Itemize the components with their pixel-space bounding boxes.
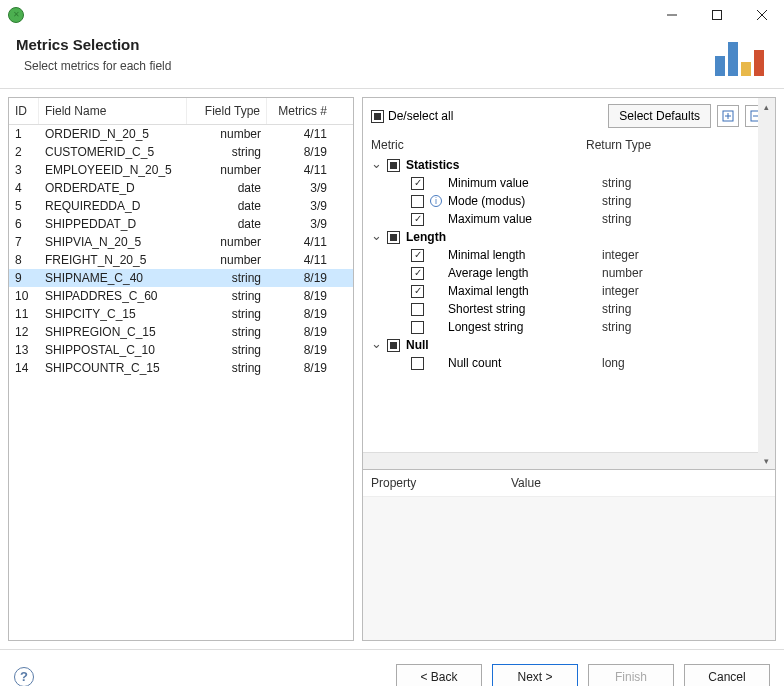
table-row[interactable]: 7SHIPVIA_N_20_5number4/11: [9, 233, 353, 251]
col-property[interactable]: Property: [371, 476, 511, 490]
metric-item[interactable]: Maximal lengthinteger: [411, 282, 767, 300]
cell-metrics: 8/19: [267, 269, 337, 287]
item-return-type: integer: [602, 284, 639, 298]
deselect-all-checkbox[interactable]: [371, 110, 384, 123]
item-return-type: string: [602, 320, 631, 334]
cell-name: REQUIREDDA_D: [39, 197, 187, 215]
info-icon[interactable]: i: [430, 195, 442, 207]
metrics-toolbar: De/select all Select Defaults: [363, 98, 775, 134]
next-button[interactable]: Next >: [492, 664, 578, 687]
metric-item[interactable]: Maximum valuestring: [411, 210, 767, 228]
item-checkbox[interactable]: [411, 195, 424, 208]
metric-item[interactable]: Average lengthnumber: [411, 264, 767, 282]
cell-type: string: [187, 269, 267, 287]
select-defaults-button[interactable]: Select Defaults: [608, 104, 711, 128]
cell-id: 1: [9, 125, 39, 143]
close-button[interactable]: [739, 0, 784, 30]
col-return-type[interactable]: Return Type: [586, 138, 651, 152]
cell-name: SHIPCITY_C_15: [39, 305, 187, 323]
table-row[interactable]: 14SHIPCOUNTR_C_15string8/19: [9, 359, 353, 377]
chevron-down-icon[interactable]: [371, 230, 381, 245]
scroll-down-icon[interactable]: ▾: [758, 452, 775, 469]
cell-type: number: [187, 251, 267, 269]
cell-name: SHIPADDRES_C_60: [39, 287, 187, 305]
item-return-type: string: [602, 176, 631, 190]
item-return-type: string: [602, 212, 631, 226]
metric-item[interactable]: Shortest stringstring: [411, 300, 767, 318]
item-checkbox[interactable]: [411, 357, 424, 370]
item-checkbox[interactable]: [411, 321, 424, 334]
col-value[interactable]: Value: [511, 476, 541, 490]
cell-type: string: [187, 287, 267, 305]
metric-item[interactable]: Longest stringstring: [411, 318, 767, 336]
app-icon: [8, 7, 24, 23]
group-checkbox[interactable]: [387, 231, 400, 244]
cell-type: number: [187, 161, 267, 179]
table-row[interactable]: 4ORDERDATE_Ddate3/9: [9, 179, 353, 197]
back-button[interactable]: < Back: [396, 664, 482, 687]
metric-item[interactable]: Minimal lengthinteger: [411, 246, 767, 264]
table-row[interactable]: 9SHIPNAME_C_40string8/19: [9, 269, 353, 287]
property-header: Property Value: [363, 470, 775, 497]
cell-metrics: 4/11: [267, 125, 337, 143]
metric-group[interactable]: Null: [371, 336, 767, 354]
cell-id: 7: [9, 233, 39, 251]
item-checkbox[interactable]: [411, 303, 424, 316]
table-row[interactable]: 5REQUIREDDA_Ddate3/9: [9, 197, 353, 215]
table-row[interactable]: 11SHIPCITY_C_15string8/19: [9, 305, 353, 323]
table-row[interactable]: 3EMPLOYEEID_N_20_5number4/11: [9, 161, 353, 179]
metric-item[interactable]: Null countlong: [411, 354, 767, 372]
metric-group[interactable]: Statistics: [371, 156, 767, 174]
horizontal-scrollbar[interactable]: [363, 452, 775, 469]
col-metric[interactable]: Metric: [371, 138, 586, 152]
cell-id: 14: [9, 359, 39, 377]
maximize-button[interactable]: [694, 0, 739, 30]
cell-id: 12: [9, 323, 39, 341]
table-row[interactable]: 10SHIPADDRES_C_60string8/19: [9, 287, 353, 305]
table-row[interactable]: 13SHIPPOSTAL_C_10string8/19: [9, 341, 353, 359]
expand-all-button[interactable]: [717, 105, 739, 127]
table-row[interactable]: 1ORDERID_N_20_5number4/11: [9, 125, 353, 143]
cell-id: 4: [9, 179, 39, 197]
vertical-scrollbar[interactable]: ▴ ▾: [758, 98, 775, 469]
item-label: Null count: [448, 356, 596, 370]
item-label: Longest string: [448, 320, 596, 334]
metric-item[interactable]: Minimum valuestring: [411, 174, 767, 192]
metric-item[interactable]: iMode (modus)string: [411, 192, 767, 210]
wizard-header: Metrics Selection Select metrics for eac…: [0, 30, 784, 89]
fields-panel: ID Field Name Field Type Metrics # 1ORDE…: [8, 97, 354, 641]
group-label: Null: [406, 338, 429, 352]
scroll-up-icon[interactable]: ▴: [758, 98, 775, 115]
cancel-button[interactable]: Cancel: [684, 664, 770, 687]
wizard-footer: ? < Back Next > Finish Cancel: [0, 649, 784, 686]
metric-group[interactable]: Length: [371, 228, 767, 246]
table-row[interactable]: 2CUSTOMERID_C_5string8/19: [9, 143, 353, 161]
item-checkbox[interactable]: [411, 267, 424, 280]
col-type[interactable]: Field Type: [187, 98, 267, 124]
group-label: Statistics: [406, 158, 459, 172]
cell-name: SHIPPOSTAL_C_10: [39, 341, 187, 359]
item-checkbox[interactable]: [411, 213, 424, 226]
chevron-down-icon[interactable]: [371, 158, 381, 173]
cell-metrics: 8/19: [267, 359, 337, 377]
bars-icon: [715, 36, 768, 76]
group-checkbox[interactable]: [387, 159, 400, 172]
item-checkbox[interactable]: [411, 249, 424, 262]
col-name[interactable]: Field Name: [39, 98, 187, 124]
table-row[interactable]: 8FREIGHT_N_20_5number4/11: [9, 251, 353, 269]
col-metrics[interactable]: Metrics #: [267, 98, 337, 124]
table-row[interactable]: 12SHIPREGION_C_15string8/19: [9, 323, 353, 341]
cell-name: ORDERID_N_20_5: [39, 125, 187, 143]
table-row[interactable]: 6SHIPPEDDAT_Ddate3/9: [9, 215, 353, 233]
minimize-button[interactable]: [649, 0, 694, 30]
item-return-type: number: [602, 266, 643, 280]
group-checkbox[interactable]: [387, 339, 400, 352]
cell-type: string: [187, 305, 267, 323]
item-checkbox[interactable]: [411, 177, 424, 190]
cell-id: 9: [9, 269, 39, 287]
chevron-down-icon[interactable]: [371, 338, 381, 353]
help-icon[interactable]: ?: [14, 667, 34, 687]
col-id[interactable]: ID: [9, 98, 39, 124]
fields-rows: 1ORDERID_N_20_5number4/112CUSTOMERID_C_5…: [9, 125, 353, 377]
item-checkbox[interactable]: [411, 285, 424, 298]
